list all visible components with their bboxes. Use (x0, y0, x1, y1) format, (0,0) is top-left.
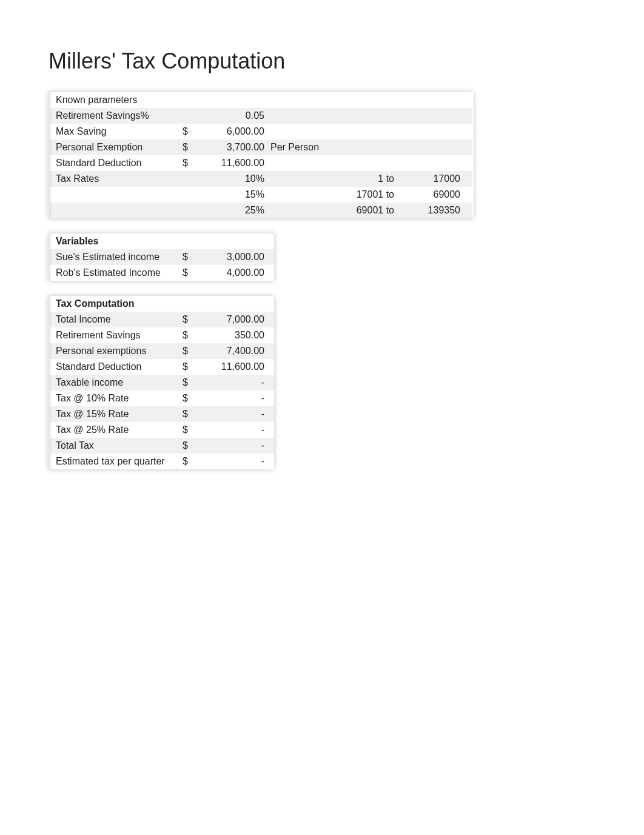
computation-panel: Tax Computation Total Income $ 7,000.00 … (49, 296, 274, 469)
known-parameters-table: Known parameters Retirement Savings% 0.0… (49, 92, 474, 218)
table-row: Tax @ 10% Rate $ - (50, 391, 274, 406)
tax-10-label: Tax @ 10% Rate (50, 391, 178, 406)
table-row: Taxable income $ - (50, 375, 274, 391)
variables-heading: Variables (50, 233, 178, 249)
currency-symbol: $ (178, 265, 202, 281)
variables-panel: Variables Sue's Estimated income $ 3,000… (49, 233, 274, 281)
currency-symbol: $ (178, 359, 202, 375)
currency-symbol: $ (178, 438, 202, 454)
table-row: Estimated tax per quarter $ - (50, 454, 274, 469)
page: Millers' Tax Computation Known parameter… (0, 0, 644, 835)
currency-symbol: $ (178, 249, 202, 265)
table-row: Tax @ 15% Rate $ - (50, 406, 274, 422)
bracket-to: 69000 (398, 187, 472, 203)
std-deduction-label: Standard Deduction (50, 155, 178, 171)
known-parameters-panel: Known parameters Retirement Savings% 0.0… (49, 92, 474, 218)
total-income-value: 7,000.00 (202, 312, 274, 327)
retirement-savings-value: 350.00 (202, 327, 274, 343)
standard-deduction-value: 11,600.00 (202, 359, 274, 375)
variables-table: Variables Sue's Estimated income $ 3,000… (49, 233, 274, 281)
table-row: Total Income $ 7,000.00 (50, 312, 274, 327)
known-heading: Known parameters (50, 92, 178, 108)
tax-25-label: Tax @ 25% Rate (50, 422, 178, 438)
table-row: 15% 17001 to 69000 (50, 187, 472, 203)
table-row: Tax Rates 10% 1 to 17000 (50, 171, 472, 187)
bracket-rate: 25% (202, 203, 268, 218)
table-row: Rob's Estimated Income $ 4,000.00 (50, 265, 274, 281)
total-tax-value: - (202, 438, 274, 454)
bracket-to: 17000 (398, 171, 472, 187)
est-tax-quarter-value: - (202, 454, 274, 469)
sue-income-value: 3,000.00 (202, 249, 274, 265)
personal-exemptions-label: Personal exemptions (50, 343, 178, 359)
currency-symbol: $ (178, 406, 202, 422)
table-row: Max Saving $ 6,000.00 (50, 124, 472, 139)
computation-heading: Tax Computation (50, 296, 178, 312)
table-row: Personal Exemption $ 3,700.00 Per Person (50, 139, 472, 155)
table-row: Total Tax $ - (50, 438, 274, 454)
tax-15-value: - (202, 406, 274, 422)
currency-symbol: $ (178, 422, 202, 438)
retirement-pct-value: 0.05 (202, 108, 268, 124)
tax-rates-label: Tax Rates (50, 171, 178, 187)
currency-symbol: $ (178, 327, 202, 343)
retirement-pct-label: Retirement Savings% (50, 108, 178, 124)
bracket-rate: 15% (202, 187, 268, 203)
tax-25-value: - (202, 422, 274, 438)
std-deduction-value: 11,600.00 (202, 155, 268, 171)
max-saving-value: 6,000.00 (202, 124, 268, 139)
standard-deduction-label: Standard Deduction (50, 359, 178, 375)
table-row: Standard Deduction $ 11,600.00 (50, 155, 472, 171)
personal-exemption-label: Personal Exemption (50, 139, 178, 155)
tax-10-value: - (202, 391, 274, 406)
personal-exemption-value: 3,700.00 (202, 139, 268, 155)
total-income-label: Total Income (50, 312, 178, 327)
tax-15-label: Tax @ 15% Rate (50, 406, 178, 422)
currency-symbol: $ (178, 155, 202, 171)
taxable-income-label: Taxable income (50, 375, 178, 391)
currency-symbol: $ (178, 391, 202, 406)
currency-symbol: $ (178, 124, 202, 139)
bracket-rate: 10% (202, 171, 268, 187)
retirement-savings-label: Retirement Savings (50, 327, 178, 343)
rob-income-value: 4,000.00 (202, 265, 274, 281)
table-row: Tax @ 25% Rate $ - (50, 422, 274, 438)
table-row: Retirement Savings% 0.05 (50, 108, 472, 124)
currency-symbol: $ (178, 375, 202, 391)
rob-income-label: Rob's Estimated Income (50, 265, 178, 281)
table-row: Personal exemptions $ 7,400.00 (50, 343, 274, 359)
bracket-from: 1 to (332, 171, 398, 187)
personal-exemption-note: Per Person (268, 139, 332, 155)
currency-symbol: $ (178, 343, 202, 359)
table-row: Retirement Savings $ 350.00 (50, 327, 274, 343)
table-row: Standard Deduction $ 11,600.00 (50, 359, 274, 375)
taxable-income-value: - (202, 375, 274, 391)
computation-table: Tax Computation Total Income $ 7,000.00 … (49, 296, 274, 469)
sue-income-label: Sue's Estimated income (50, 249, 178, 265)
bracket-to: 139350 (398, 203, 472, 218)
bracket-from: 17001 to (332, 187, 398, 203)
total-tax-label: Total Tax (50, 438, 178, 454)
bracket-from: 69001 to (332, 203, 398, 218)
max-saving-label: Max Saving (50, 124, 178, 139)
currency-symbol: $ (178, 139, 202, 155)
table-row: 25% 69001 to 139350 (50, 203, 472, 218)
est-tax-quarter-label: Estimated tax per quarter (50, 454, 178, 469)
table-row: Sue's Estimated income $ 3,000.00 (50, 249, 274, 265)
currency-symbol: $ (178, 454, 202, 469)
personal-exemptions-value: 7,400.00 (202, 343, 274, 359)
currency-symbol: $ (178, 312, 202, 327)
page-title: Millers' Tax Computation (49, 49, 595, 74)
